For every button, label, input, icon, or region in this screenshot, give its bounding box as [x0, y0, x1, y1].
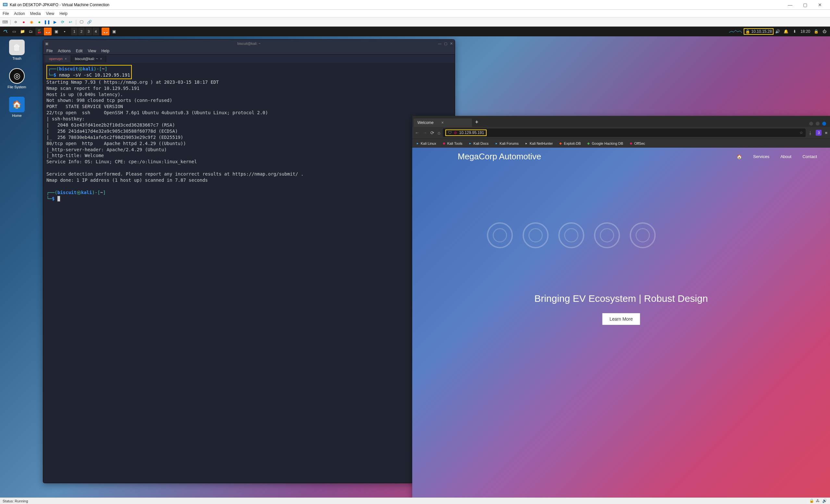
bookmark-ghdb[interactable]: ◆Google Hacking DB [586, 141, 623, 145]
power-icon[interactable]: ⏻ [821, 28, 828, 35]
terminal-close-button[interactable]: ✕ [450, 41, 453, 46]
extension-badge[interactable]: 3 [816, 130, 822, 136]
learn-more-button[interactable]: Learn More [602, 313, 640, 325]
share-icon[interactable]: 🔗 [86, 19, 92, 25]
taskbar-terminal2-icon[interactable]: ▪ [61, 28, 68, 35]
url-bar[interactable]: 🛡 ⊘ 10.129.95.191 ☆ [443, 129, 806, 137]
save-icon[interactable]: ● [36, 19, 42, 25]
files-icon[interactable]: 🗂 [27, 28, 35, 35]
term-menu-file[interactable]: File [46, 49, 53, 53]
term-menu-view[interactable]: View [88, 49, 96, 53]
vm-menu-view[interactable]: View [46, 11, 54, 16]
browser-minimize-button[interactable] [809, 122, 813, 126]
vm-menu-media[interactable]: Media [30, 11, 41, 16]
turnoff-icon[interactable]: ● [21, 19, 27, 25]
ctrl-alt-del-icon[interactable]: ⌨ [2, 19, 8, 25]
screen-lock-icon[interactable]: 🔒 [812, 28, 820, 35]
bookmark-kali-docs[interactable]: ▸Kali Docs [469, 141, 488, 145]
bookmark-kali-tools[interactable]: ◆Kali Tools [442, 141, 462, 145]
terminal-tabs: openvpn × biscuit@kali: ~ × [43, 55, 455, 63]
browser-maximize-button[interactable] [816, 122, 820, 126]
start-icon[interactable]: ⭘ [13, 19, 19, 25]
tab-close-icon[interactable]: × [100, 57, 102, 61]
app-menu-icon[interactable]: ≡ [825, 131, 827, 135]
workspace-2[interactable]: 2 [78, 28, 85, 35]
enhanced-session-icon[interactable]: 🖵 [78, 19, 85, 25]
revert-icon[interactable]: ↩ [67, 19, 73, 25]
notifications-icon[interactable]: 🔔 [782, 28, 790, 35]
browser-close-button[interactable] [822, 122, 826, 126]
site-brand[interactable]: MegaCorp Automotive [458, 152, 541, 162]
nav-home-icon[interactable]: ⌂ [438, 130, 440, 135]
nav-contact[interactable]: Contact [802, 154, 817, 159]
vm-minimize-button[interactable]: — [783, 0, 798, 10]
taskbar-terminal1-icon[interactable]: ▣ [52, 28, 60, 35]
taskbar-terminal3-icon[interactable]: ▣ [110, 28, 118, 35]
nav-back-icon[interactable]: ← [415, 130, 419, 135]
bookmark-offsec[interactable]: ◆OffSec [629, 141, 645, 145]
browser-tab-welcome[interactable]: Welcome × [414, 119, 472, 127]
terminal-window: ▣ biscuit@kali: ~ — ▢ ✕ File Actions Edi… [43, 39, 455, 483]
shutdown-icon[interactable]: ◉ [29, 19, 34, 25]
kali-menu-icon[interactable] [2, 28, 9, 35]
taskbar-firefox2-icon[interactable]: 🦊 [102, 28, 109, 35]
desktop-trash[interactable]: 🗑 Trash [4, 40, 30, 60]
pause-icon[interactable]: ❚❚ [44, 19, 50, 25]
volume-icon[interactable]: 🔊 [774, 28, 781, 35]
vm-menu-help[interactable]: Help [59, 11, 67, 16]
nav-forward-icon[interactable]: → [423, 130, 427, 135]
vm-close-button[interactable]: ✕ [812, 0, 827, 10]
nav-services[interactable]: Services [753, 154, 769, 159]
vm-menu-file[interactable]: File [3, 11, 9, 16]
term-menu-actions[interactable]: Actions [58, 49, 70, 53]
tracking-shield-icon[interactable]: 🛡 [448, 131, 452, 135]
clock-text[interactable]: 18:20 [799, 28, 811, 35]
desktop-filesystem[interactable]: ◎ File System [4, 68, 30, 89]
term-menu-help[interactable]: Help [101, 49, 109, 53]
workspace-4[interactable]: 4 [93, 28, 99, 35]
vm-app-icon [3, 2, 8, 7]
vm-titlebar: Kali on DESKTOP-JPK4IFO - Virtual Machin… [0, 0, 830, 10]
vm-menu-action[interactable]: Action [14, 11, 25, 16]
bookmark-exploit-db[interactable]: ◆Exploit-DB [558, 141, 581, 145]
terminal-maximize-button[interactable]: ▢ [444, 41, 447, 46]
network-graph-icon[interactable] [728, 28, 743, 35]
new-tab-button[interactable]: + [472, 117, 481, 127]
vm-maximize-button[interactable]: ▢ [798, 0, 812, 10]
tab-close-icon[interactable]: × [65, 57, 67, 61]
vpn-ip-indicator[interactable]: 🔒 10.10.15.28 [744, 28, 773, 35]
term-menu-edit[interactable]: Edit [76, 49, 83, 53]
terminal-title-text: biscuit@kali: ~ [237, 41, 260, 45]
tab-close-icon[interactable]: × [442, 121, 444, 125]
workspace-1[interactable]: 1 [71, 28, 77, 35]
exploitdb-icon: ◆ [558, 141, 563, 145]
home-label: Home [4, 113, 30, 117]
show-desktop-icon[interactable]: ▭ [10, 28, 18, 35]
terminal-tab-openvpn[interactable]: openvpn × [45, 56, 71, 62]
bookmark-kali-linux[interactable]: ▸Kali Linux [415, 141, 436, 145]
bookmark-kali-nethunter[interactable]: ▸Kali NetHunter [524, 141, 553, 145]
svg-rect-1 [4, 4, 7, 5]
folder-icon[interactable]: 📁 [19, 28, 26, 35]
desktop-home[interactable]: 🏠 Home [4, 97, 30, 117]
nav-reload-icon[interactable]: ⟳ [430, 130, 434, 135]
updates-icon[interactable]: ⬇ [791, 28, 799, 35]
bookmark-star-icon[interactable]: ☆ [799, 131, 803, 135]
taskbar-firefox1-icon[interactable]: 🦊 [44, 28, 52, 35]
workspace-3[interactable]: 3 [85, 28, 92, 35]
terminal-tab-shell[interactable]: biscuit@kali: ~ × [71, 56, 106, 62]
taskbar-cherrytree-icon[interactable]: 🍒 [35, 28, 43, 35]
vpn-ip-text: 10.10.15.28 [752, 29, 772, 34]
terminal-body[interactable]: ┌──(biscuit㉿kali)-[~] └─$ nmap -sV -sC 1… [43, 63, 455, 483]
terminal-minimize-button[interactable]: — [438, 41, 442, 46]
terminal-output: Starting Nmap 7.93 ( https://nmap.org ) … [46, 79, 304, 183]
home-icon: 🏠 [9, 97, 25, 112]
site-home-icon[interactable]: 🏠 [736, 154, 742, 159]
downloads-icon[interactable]: ⭳ [808, 131, 812, 135]
terminal-titlebar[interactable]: ▣ biscuit@kali: ~ — ▢ ✕ [43, 40, 455, 47]
nav-about[interactable]: About [780, 154, 791, 159]
checkpoint-icon[interactable]: ⟳ [60, 19, 66, 25]
bookmark-kali-forums[interactable]: ▸Kali Forums [494, 141, 519, 145]
reset-icon[interactable]: ▶ [52, 19, 58, 25]
lock-icon: 🔒 [745, 29, 750, 34]
